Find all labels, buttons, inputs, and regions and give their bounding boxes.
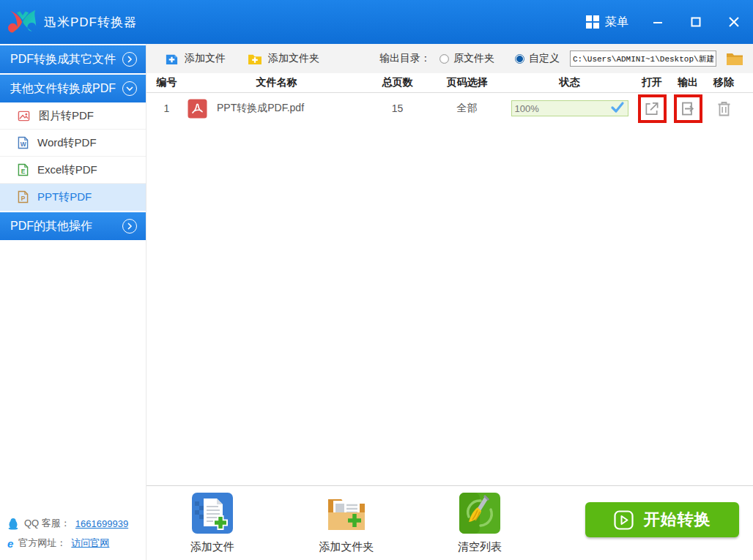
col-header-page-select: 页码选择 <box>429 76 505 89</box>
sidebar-section-label: PDF转换成其它文件 <box>10 52 116 67</box>
pdf-file-icon <box>188 99 207 119</box>
chevron-right-icon <box>122 52 137 67</box>
official-site-link[interactable]: 访问官网 <box>71 537 109 550</box>
col-header-pages: 总页数 <box>366 76 429 89</box>
table-header: 编号 文件名称 总页数 页码选择 状态 打开 输出 移除 <box>146 73 753 93</box>
menu-grid-icon <box>586 15 599 29</box>
clear-list-big-icon <box>459 492 501 534</box>
ie-icon: e <box>7 537 13 550</box>
main-area: 添加文件 添加文件夹 输出目录： 原文件夹 自定义 <box>146 44 753 560</box>
app-logo-icon <box>6 7 40 37</box>
output-arrow-icon <box>680 100 696 117</box>
close-button[interactable] <box>715 0 753 44</box>
col-header-no: 编号 <box>146 76 187 89</box>
add-folder-big-button[interactable]: 添加文件夹 <box>306 492 387 554</box>
output-path-input[interactable] <box>570 51 716 67</box>
add-folder-label: 添加文件夹 <box>268 52 319 65</box>
sidebar-item-label: PPT转PDF <box>37 190 92 204</box>
ppt-doc-icon: P <box>18 190 29 204</box>
sidebar-item-label: Excel转PDF <box>37 163 97 177</box>
add-folder-button[interactable]: 添加文件夹 <box>248 52 319 65</box>
support-info: QQ 客服： 1661699939 e 官方网址： 访问官网 <box>7 510 128 550</box>
progress-value: 100% <box>515 103 539 114</box>
sidebar: PDF转换成其它文件 其他文件转换成PDF 图片转PDF W <box>0 44 146 560</box>
image-icon <box>18 110 30 122</box>
annotation-output-highlight <box>674 94 702 123</box>
col-header-status: 状态 <box>505 76 634 89</box>
add-file-big-button[interactable]: 添加文件 <box>172 492 253 554</box>
row-filename: PPT转换成PDF.pdf <box>217 102 304 115</box>
row-page-select[interactable]: 全部 <box>429 102 505 115</box>
chevron-right-icon <box>122 219 137 234</box>
radio-original-folder[interactable]: 原文件夹 <box>439 52 494 65</box>
sidebar-item-ppt-to-pdf[interactable]: P PPT转PDF <box>0 184 146 211</box>
table-row: 1 PPT转换成PDF.pdf 15 全部 100% <box>146 93 753 124</box>
start-convert-button[interactable]: 开始转换 <box>585 502 739 537</box>
sidebar-item-excel-to-pdf[interactable]: E Excel转PDF <box>0 157 146 184</box>
add-folder-big-icon <box>325 492 368 534</box>
clear-list-big-label: 清空列表 <box>439 540 520 554</box>
titlebar: 迅米PDF转换器 菜单 <box>0 0 753 44</box>
bottom-action-bar: 添加文件 添加文件夹 <box>146 485 753 560</box>
sidebar-section-pdf-to-other[interactable]: PDF转换成其它文件 <box>0 45 146 73</box>
browse-folder-button[interactable] <box>725 51 744 67</box>
svg-text:E: E <box>21 168 26 175</box>
add-file-label: 添加文件 <box>185 52 226 65</box>
remove-file-button[interactable] <box>716 100 732 116</box>
progress-bar: 100% <box>511 100 628 116</box>
chevron-down-icon <box>122 81 137 96</box>
add-folder-big-label: 添加文件夹 <box>306 540 387 554</box>
menu-label: 菜单 <box>605 15 628 30</box>
minimize-button[interactable] <box>639 0 677 44</box>
svg-text:W: W <box>21 141 26 148</box>
col-header-remove: 移除 <box>705 76 742 89</box>
add-file-big-label: 添加文件 <box>172 540 253 554</box>
col-header-filename: 文件名称 <box>187 76 366 89</box>
excel-doc-icon: E <box>18 163 29 176</box>
menu-button[interactable]: 菜单 <box>576 0 639 44</box>
add-file-button[interactable]: 添加文件 <box>165 52 226 66</box>
checkmark-icon <box>610 101 625 116</box>
add-folder-icon <box>248 53 262 65</box>
radio-custom-label: 自定义 <box>529 52 560 65</box>
radio-custom-icon <box>515 54 524 64</box>
output-dir-label: 输出目录： <box>379 52 431 65</box>
start-convert-label: 开始转换 <box>644 509 711 531</box>
add-file-big-icon <box>191 492 234 534</box>
radio-original-label: 原文件夹 <box>453 52 494 65</box>
app-title: 迅米PDF转换器 <box>44 14 137 31</box>
annotation-open-highlight <box>638 94 667 123</box>
open-output-button[interactable] <box>680 100 696 116</box>
qq-number-link[interactable]: 1661699939 <box>75 518 128 529</box>
open-file-button[interactable] <box>644 100 660 116</box>
add-file-icon <box>165 52 179 66</box>
sidebar-item-label: 图片转PDF <box>39 109 94 123</box>
sidebar-item-label: Word转PDF <box>37 136 97 150</box>
site-label: 官方网址： <box>18 537 66 550</box>
sidebar-section-other-to-pdf[interactable]: 其他文件转换成PDF <box>0 75 146 102</box>
col-header-open: 打开 <box>634 76 670 89</box>
row-pages: 15 <box>366 102 429 114</box>
row-number: 1 <box>146 102 187 114</box>
sidebar-item-word-to-pdf[interactable]: W Word转PDF <box>0 130 146 157</box>
play-icon <box>614 510 634 530</box>
qq-label: QQ 客服： <box>24 517 70 530</box>
sidebar-section-label: 其他文件转换成PDF <box>10 81 116 97</box>
col-header-output: 输出 <box>670 76 705 89</box>
qq-icon <box>7 518 19 530</box>
maximize-button[interactable] <box>677 0 715 44</box>
trash-icon <box>716 100 732 117</box>
sidebar-item-image-to-pdf[interactable]: 图片转PDF <box>0 102 146 130</box>
sidebar-section-pdf-other-ops[interactable]: PDF的其他操作 <box>0 212 146 240</box>
word-doc-icon: W <box>18 136 29 149</box>
app-window: 迅米PDF转换器 菜单 PDF转换成其它文件 其他文件转换成 <box>0 0 753 560</box>
sidebar-section-label: PDF的其他操作 <box>10 219 92 234</box>
open-external-icon <box>644 100 660 117</box>
toolbar: 添加文件 添加文件夹 输出目录： 原文件夹 自定义 <box>146 44 753 73</box>
radio-custom[interactable]: 自定义 <box>515 52 560 65</box>
svg-text:P: P <box>21 195 26 202</box>
folder-icon <box>726 51 743 66</box>
radio-original-icon <box>439 54 449 64</box>
clear-list-big-button[interactable]: 清空列表 <box>439 492 520 554</box>
